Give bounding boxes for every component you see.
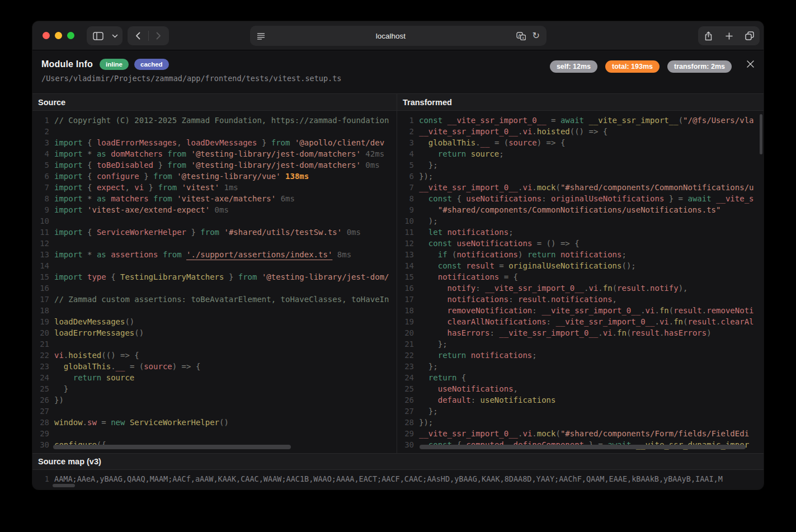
transformed-vertical-scrollbar[interactable]: [760, 114, 762, 154]
forward-button[interactable]: [149, 26, 169, 45]
code-text: return source;: [414, 148, 764, 159]
page-title: Module Info: [41, 59, 93, 69]
code-line: 5import { toBeDisabled } from '@testing-…: [32, 159, 397, 171]
code-token: vi: [522, 127, 532, 136]
sourcemap-title: Source map (v3): [32, 453, 764, 470]
line-number: 16: [32, 283, 49, 294]
code-token: };: [419, 161, 438, 170]
code-token: clearAllNotifications: [419, 317, 547, 326]
zoom-window-button[interactable]: [67, 32, 74, 39]
code-token: type: [83, 272, 106, 281]
line-number: 2: [32, 126, 49, 137]
code-token: };: [419, 340, 448, 349]
code-token: notifications: [419, 295, 508, 304]
line-number: 7: [397, 182, 414, 193]
code-token: vi: [522, 429, 532, 438]
tab-overview-icon: [745, 31, 754, 40]
share-button[interactable]: [698, 26, 719, 45]
code-line: 5 };: [397, 159, 764, 171]
sourcemap-body: 1AAMA;AAeA,yBAAG,QAAQ,MAAM;AACf,aAAW,KAA…: [32, 470, 764, 489]
code-line: 10 );: [397, 215, 764, 227]
sourcemap-horizontal-scrollbar[interactable]: [53, 484, 75, 487]
code-token: useNotifications: [452, 239, 532, 248]
code-token: vi: [660, 317, 669, 326]
sidebar-menu-button[interactable]: [108, 26, 121, 45]
line-number: 12: [32, 238, 49, 249]
line-number: 28: [397, 417, 414, 428]
code-token: from: [153, 172, 172, 181]
code-token: ) => {: [172, 362, 201, 371]
code-token: notifications: [551, 295, 613, 304]
line-number: 5: [32, 159, 49, 171]
code-token: [172, 172, 177, 181]
translate-icon[interactable]: A x: [516, 32, 526, 40]
code-token: } =: [664, 194, 687, 203]
new-tab-button[interactable]: [719, 26, 739, 45]
code-line: 4import * as domMatchers from '@testing-…: [32, 148, 397, 159]
code-line: 29: [32, 428, 397, 439]
module-link[interactable]: './support/assertions/index.ts': [186, 250, 332, 259]
code-token: vi: [54, 351, 64, 360]
code-text: hasErrors: __vite_ssr_import_0__.vi.fn(r…: [414, 327, 764, 338]
close-window-button[interactable]: [43, 32, 50, 39]
code-token: source: [101, 373, 134, 382]
code-token: await: [561, 116, 584, 125]
code-text: removeNotification: __vite_ssr_import_0_…: [414, 305, 764, 316]
code-line: 11 let notifications;: [397, 227, 764, 238]
code-token: [149, 194, 153, 203]
code-text: return source: [49, 372, 397, 383]
code-token: let: [419, 228, 442, 237]
code-text: clearAllNotifications: __vite_ssr_import…: [414, 316, 764, 327]
minimize-window-button[interactable]: [55, 32, 62, 39]
browser-toolbar: localhost A x ↻: [32, 21, 764, 50]
code-token: .: [532, 429, 536, 438]
close-module-button[interactable]: [746, 60, 755, 68]
code-token: [83, 205, 87, 214]
code-token: ),: [679, 284, 688, 293]
code-token: __vite_ssr_import_0__: [419, 127, 518, 136]
code-line: 14: [32, 260, 397, 271]
code-text: }): [49, 394, 397, 406]
code-token: }: [257, 138, 271, 147]
code-token: '#shared/utils/testSw.ts': [224, 228, 342, 237]
code-token: [172, 194, 177, 203]
code-token: =: [547, 116, 561, 125]
address-bar[interactable]: localhost A x ↻: [250, 26, 547, 46]
code-token: __vite_ssr_import_0__: [541, 306, 640, 315]
line-number: 15: [32, 271, 49, 283]
code-token: loadErrorMessages: [54, 328, 134, 337]
code-text: notifications: result.notifications,: [414, 294, 764, 305]
code-text: const result = originalUseNotifications(…: [414, 260, 764, 271]
code-token: import: [54, 149, 83, 158]
code-token: source: [466, 149, 499, 158]
code-token: vi: [603, 328, 613, 337]
code-text: return {: [414, 372, 764, 383]
code-token: loadDevMessages: [54, 317, 125, 326]
code-token: const: [419, 116, 442, 125]
code-token: ,: [125, 183, 134, 192]
url-text[interactable]: localhost: [265, 32, 516, 40]
code-text: default: useNotifications: [414, 394, 764, 406]
code-text: // Zammad custom assertions: toBeAvatarE…: [49, 294, 397, 305]
code-token: originalUseNotifications: [508, 261, 621, 270]
reader-icon[interactable]: [257, 32, 265, 40]
line-number: 18: [32, 305, 49, 316]
code-text: [49, 338, 397, 350]
tab-overview-button[interactable]: [739, 26, 760, 45]
line-number: 2: [397, 126, 414, 137]
line-number: 19: [32, 316, 49, 327]
code-text: import * as assertions from './support/a…: [49, 249, 397, 260]
code-token: ;: [508, 228, 513, 237]
source-horizontal-scrollbar[interactable]: [53, 445, 291, 449]
code-token: originalUseNotifications: [551, 194, 664, 203]
toggle-sidebar-button[interactable]: [88, 26, 108, 45]
transformed-horizontal-scrollbar[interactable]: [420, 445, 746, 449]
code-line: 6import { configure } from '@testing-lib…: [32, 171, 397, 182]
reload-icon[interactable]: ↻: [533, 31, 540, 40]
back-button[interactable]: [128, 26, 148, 45]
code-token: (: [555, 429, 560, 438]
code-token: '@apollo/client/dev: [295, 138, 384, 147]
code-token: {: [83, 183, 97, 192]
code-token: ;: [532, 351, 536, 360]
line-number: 21: [32, 338, 49, 350]
